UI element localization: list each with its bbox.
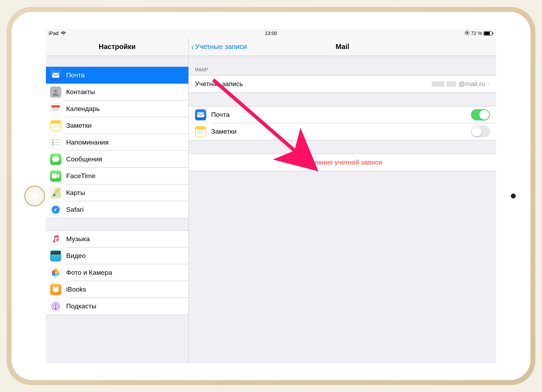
sidebar-item-maps[interactable]: Карты <box>46 184 188 201</box>
svg-rect-3 <box>493 33 493 34</box>
sidebar-item-podcasts[interactable]: Подкасты <box>46 298 188 315</box>
account-cell[interactable]: Учетная запись @mail.ru › <box>189 76 496 92</box>
svg-rect-32 <box>56 252 57 253</box>
svg-rect-14 <box>57 110 58 111</box>
svg-rect-45 <box>196 130 206 136</box>
svg-point-42 <box>55 305 57 307</box>
svg-point-23 <box>52 144 54 146</box>
sidebar-group-apps1: Почта Контакты <box>46 66 188 218</box>
photos-icon <box>50 267 61 278</box>
svg-rect-2 <box>484 32 490 35</box>
svg-rect-11 <box>52 110 53 111</box>
sidebar-item-notes[interactable]: Заметки <box>46 117 188 134</box>
sidebar-item-label: FaceTime <box>66 172 96 180</box>
sidebar-item-label: Заметки <box>66 122 92 130</box>
svg-rect-6 <box>51 105 60 107</box>
back-button[interactable]: ‹ Учетные записи <box>191 42 247 52</box>
sidebar-item-videos[interactable]: Видео <box>46 247 188 264</box>
svg-rect-31 <box>54 252 55 253</box>
facetime-icon <box>50 170 61 182</box>
sidebar-item-contacts[interactable]: Контакты <box>46 84 188 100</box>
svg-rect-43 <box>197 112 204 117</box>
svg-rect-4 <box>52 73 59 78</box>
sidebar-item-label: Календарь <box>66 105 100 113</box>
svg-rect-22 <box>54 142 59 143</box>
chevron-left-icon: ‹ <box>192 42 194 52</box>
svg-rect-24 <box>54 145 59 145</box>
detail-title: Mail <box>336 43 349 51</box>
svg-point-5 <box>54 90 57 92</box>
svg-point-39 <box>52 270 55 274</box>
imap-header: IMAP <box>189 56 496 75</box>
svg-rect-25 <box>52 174 57 178</box>
calendar-icon <box>50 103 61 114</box>
sidebar-title-label: Настройки <box>99 43 136 51</box>
home-button[interactable] <box>24 186 45 206</box>
sidebar-item-ibooks[interactable]: iBooks <box>46 281 188 298</box>
battery-percent: 72 % <box>471 30 482 36</box>
svg-rect-12 <box>54 110 55 111</box>
orientation-lock-icon <box>465 30 470 36</box>
account-group: Учетная запись @mail.ru › <box>189 75 496 93</box>
redacted-block <box>446 81 456 87</box>
videos-icon <box>50 250 61 261</box>
sidebar-item-calendar[interactable]: Календарь <box>46 100 188 117</box>
maps-icon <box>50 187 61 198</box>
sidebar-title: Настройки <box>46 38 188 56</box>
music-icon <box>50 233 61 245</box>
wifi-icon <box>61 31 66 35</box>
sidebar-item-mail[interactable]: Почта <box>46 67 188 84</box>
service-notes-label: Заметки <box>211 128 237 135</box>
device-label: iPad <box>49 30 58 36</box>
svg-point-21 <box>52 142 54 143</box>
svg-rect-44 <box>196 127 206 130</box>
sidebar-item-reminders[interactable]: Напоминания <box>46 134 188 151</box>
svg-rect-16 <box>51 124 61 131</box>
delete-account-button[interactable]: Удаление учетной записи <box>189 154 496 171</box>
sidebar-item-label: Почта <box>66 71 85 79</box>
clock: 13:00 <box>265 30 277 36</box>
detail-navbar: ‹ Учетные записи Mail <box>189 38 496 56</box>
sidebar-item-messages[interactable]: Сообщения <box>46 151 188 168</box>
sidebar-item-label: Safari <box>66 206 84 214</box>
sidebar-item-facetime[interactable]: FaceTime <box>46 168 188 184</box>
svg-point-19 <box>52 139 54 141</box>
status-bar: iPad 13:00 72 % <box>46 29 496 38</box>
service-notes-cell: Заметки <box>189 123 496 140</box>
sidebar-item-label: Напоминания <box>66 139 109 146</box>
svg-rect-20 <box>54 140 59 140</box>
reminders-icon <box>50 137 61 148</box>
sidebar-item-label: Контакты <box>66 88 95 96</box>
svg-rect-13 <box>56 110 57 111</box>
sidebar-item-label: iBooks <box>66 286 86 293</box>
svg-rect-8 <box>54 108 55 109</box>
svg-rect-33 <box>58 252 59 253</box>
svg-rect-9 <box>56 108 57 109</box>
back-label: Учетные записи <box>195 43 247 51</box>
delete-group: Удаление учетной записи <box>189 154 496 171</box>
svg-rect-15 <box>51 121 61 124</box>
sidebar-item-label: Музыка <box>66 235 90 243</box>
delete-label: Удаление учетной записи <box>303 159 382 166</box>
redacted-block <box>432 81 444 87</box>
battery-icon <box>484 31 493 36</box>
mail-icon <box>195 109 206 120</box>
service-notes-switch[interactable] <box>471 126 490 137</box>
contacts-icon <box>50 86 61 98</box>
podcasts-icon <box>50 301 61 312</box>
svg-point-26 <box>53 194 55 196</box>
sidebar-group-apps2: Музыка Видео <box>46 230 188 315</box>
svg-rect-10 <box>57 108 58 109</box>
service-mail-switch[interactable] <box>471 109 490 120</box>
sidebar-item-music[interactable]: Музыка <box>46 231 188 247</box>
sidebar-item-photos[interactable]: Фото и Камера <box>46 264 188 281</box>
account-label: Учетная запись <box>195 80 243 88</box>
sidebar-item-safari[interactable]: Safari <box>46 201 188 218</box>
safari-icon <box>50 204 61 215</box>
sidebar-item-label: Подкасты <box>66 302 96 310</box>
camera-dot <box>511 194 516 198</box>
sidebar-item-label: Видео <box>66 252 86 260</box>
notes-icon <box>50 120 61 131</box>
sidebar-item-label: Фото и Камера <box>66 269 112 276</box>
sidebar-item-label: Сообщения <box>66 155 102 163</box>
